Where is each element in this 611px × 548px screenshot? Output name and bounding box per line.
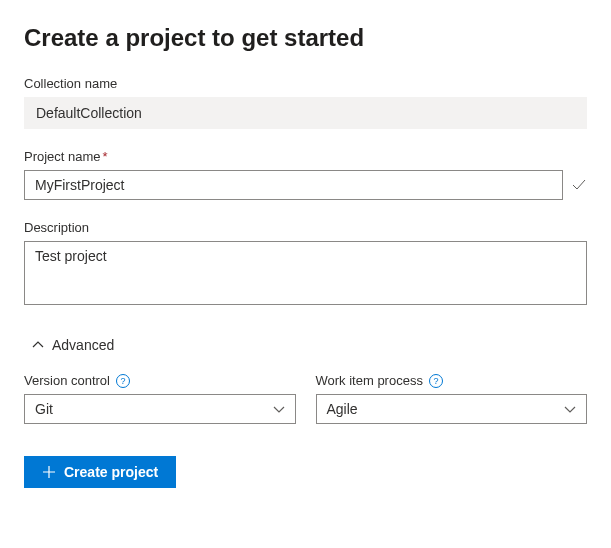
help-icon[interactable]: ? <box>429 374 443 388</box>
project-name-label: Project name* <box>24 149 587 164</box>
chevron-up-icon <box>32 339 44 351</box>
advanced-section: Version control ? Git Work item process … <box>24 373 587 424</box>
description-label: Description <box>24 220 587 235</box>
create-project-button[interactable]: Create project <box>24 456 176 488</box>
plus-icon <box>42 465 56 479</box>
version-control-group: Version control ? Git <box>24 373 296 424</box>
checkmark-icon <box>571 177 587 193</box>
version-control-value: Git <box>35 401 273 417</box>
work-item-process-select[interactable]: Agile <box>316 394 588 424</box>
create-project-button-label: Create project <box>64 464 158 480</box>
version-control-select[interactable]: Git <box>24 394 296 424</box>
project-name-label-text: Project name <box>24 149 101 164</box>
project-name-group: Project name* <box>24 149 587 200</box>
work-item-process-label: Work item process <box>316 373 423 388</box>
help-icon[interactable]: ? <box>116 374 130 388</box>
chevron-down-icon <box>564 403 576 415</box>
work-item-process-value: Agile <box>327 401 565 417</box>
collection-name-group: Collection name DefaultCollection <box>24 76 587 129</box>
advanced-expander[interactable]: Advanced <box>32 333 114 357</box>
required-indicator: * <box>103 149 108 164</box>
chevron-down-icon <box>273 403 285 415</box>
version-control-label: Version control <box>24 373 110 388</box>
description-group: Description <box>24 220 587 309</box>
description-input[interactable] <box>24 241 587 305</box>
project-name-input[interactable] <box>24 170 563 200</box>
collection-name-value: DefaultCollection <box>24 97 587 129</box>
advanced-label: Advanced <box>52 337 114 353</box>
collection-name-label: Collection name <box>24 76 587 91</box>
page-title: Create a project to get started <box>24 24 587 52</box>
work-item-process-group: Work item process ? Agile <box>316 373 588 424</box>
